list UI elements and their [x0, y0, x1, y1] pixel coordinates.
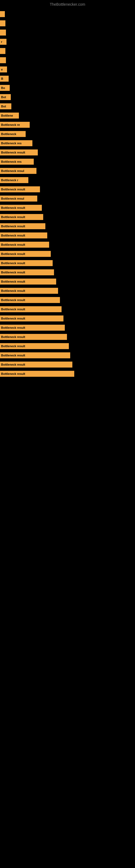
bottleneck-bar-34: Bottleneck result	[0, 325, 65, 331]
bar-row: Bo	[0, 84, 135, 92]
bottleneck-bar-9: Bot	[0, 94, 11, 100]
bar-label-3: r	[1, 40, 2, 43]
bar-label-8: Bo	[1, 86, 5, 90]
bar-row: Bottleneck result	[0, 351, 135, 359]
bottleneck-bar-3: r	[0, 39, 6, 45]
bar-row: Bot	[0, 93, 135, 101]
bar-label-24: Bottleneck result	[1, 234, 25, 237]
bar-row: e	[0, 66, 135, 73]
bottleneck-bar-6: e	[0, 66, 7, 72]
bar-row: Bottleneck result	[0, 222, 135, 230]
bar-row: Bottlene	[0, 112, 135, 119]
bottleneck-bar-35: Bottleneck result	[0, 334, 67, 340]
bar-label-7: B	[1, 77, 3, 80]
bottleneck-bar-16: Bottleneck res	[0, 159, 34, 165]
bar-label-28: Bottleneck result	[1, 271, 25, 274]
bar-row: Bottleneck result	[0, 278, 135, 285]
bar-row: Bottleneck res	[0, 158, 135, 165]
bottleneck-bar-23: Bottleneck result	[0, 223, 45, 229]
bottleneck-bar-28: Bottleneck result	[0, 269, 54, 275]
bar-label-12: Bottleneck re	[1, 123, 20, 126]
bottleneck-bar-24: Bottleneck result	[0, 232, 47, 239]
bottleneck-bar-20: Bottleneck resul	[0, 195, 37, 202]
bottleneck-bar-1	[0, 20, 5, 26]
bar-label-37: Bottleneck result	[1, 354, 25, 357]
bar-row: Bot	[0, 102, 135, 110]
bottleneck-bar-5	[0, 57, 6, 63]
bar-label-23: Bottleneck result	[1, 225, 25, 228]
bar-row: Bottleneck result	[0, 204, 135, 212]
bar-label-29: Bottleneck result	[1, 280, 25, 283]
bar-label-38: Bottleneck result	[1, 363, 25, 366]
bottleneck-bar-26: Bottleneck result	[0, 251, 51, 257]
bar-row: r	[0, 38, 135, 45]
bar-label-16: Bottleneck res	[1, 160, 21, 163]
bottleneck-bar-2	[0, 30, 6, 35]
bar-label-34: Bottleneck result	[1, 326, 25, 329]
bar-label-27: Bottleneck result	[1, 261, 25, 265]
bar-row: Bottleneck resul	[0, 195, 135, 203]
bottleneck-bar-33: Bottleneck result	[0, 315, 63, 321]
bottleneck-bar-27: Bottleneck result	[0, 260, 53, 266]
bottleneck-bar-13: Bottleneck	[0, 131, 26, 137]
bar-label-15: Bottleneck result	[1, 151, 25, 154]
bottleneck-bar-36: Bottleneck result	[0, 343, 69, 349]
bottleneck-bar-14: Bottleneck res	[0, 140, 32, 146]
bar-label-13: Bottleneck	[1, 132, 16, 135]
bar-row	[0, 47, 135, 55]
bar-label-9: Bot	[1, 95, 6, 99]
bottleneck-bar-21: Bottleneck result	[0, 205, 42, 211]
bar-row: Bottleneck result	[0, 315, 135, 322]
bottleneck-bar-32: Bottleneck result	[0, 306, 61, 312]
bars-container: reBBoBotBotBottleneBottleneck reBottlene…	[0, 8, 135, 382]
bar-label-17: Bottleneck resul	[1, 169, 24, 173]
bottleneck-bar-15: Bottleneck result	[0, 150, 38, 155]
bottleneck-bar-30: Bottleneck result	[0, 288, 58, 294]
bar-row: Bottleneck result	[0, 149, 135, 156]
bar-label-20: Bottleneck resul	[1, 197, 24, 200]
bar-label-11: Bottlene	[1, 114, 13, 117]
bottleneck-bar-17: Bottleneck resul	[0, 168, 37, 174]
bar-row: B	[0, 75, 135, 83]
bar-row: Bottleneck result	[0, 305, 135, 313]
bar-label-22: Bottleneck result	[1, 215, 25, 219]
bar-row: Bottleneck result	[0, 333, 135, 341]
bar-row: Bottleneck result	[0, 259, 135, 267]
bar-label-31: Bottleneck result	[1, 299, 25, 302]
bottleneck-bar-10: Bot	[0, 103, 11, 109]
bar-row: Bottleneck result	[0, 296, 135, 304]
bottleneck-bar-18: Bottleneck r	[0, 177, 28, 183]
bar-row	[0, 10, 135, 18]
bottleneck-bar-22: Bottleneck result	[0, 214, 43, 220]
bar-row: Bottleneck result	[0, 269, 135, 276]
bar-row: Bottleneck r	[0, 176, 135, 184]
bar-row: Bottleneck result	[0, 241, 135, 248]
bar-row: Bottleneck result	[0, 231, 135, 239]
bottleneck-bar-29: Bottleneck result	[0, 279, 56, 284]
bar-row: Bottleneck result	[0, 213, 135, 221]
bar-label-35: Bottleneck result	[1, 335, 25, 339]
site-title: TheBottlenecker.com	[0, 0, 135, 8]
bottleneck-bar-12: Bottleneck re	[0, 122, 30, 128]
bottleneck-bar-38: Bottleneck result	[0, 362, 72, 368]
bar-label-25: Bottleneck result	[1, 243, 25, 246]
bottleneck-bar-7: B	[0, 76, 9, 82]
bar-label-30: Bottleneck result	[1, 289, 25, 292]
bar-label-39: Bottleneck result	[1, 372, 25, 375]
bottleneck-bar-37: Bottleneck result	[0, 352, 70, 358]
bar-row	[0, 20, 135, 27]
bar-label-19: Bottleneck result	[1, 188, 25, 191]
bottleneck-bar-25: Bottleneck result	[0, 242, 49, 248]
bar-label-18: Bottleneck r	[1, 179, 18, 182]
bar-row: Bottleneck re	[0, 121, 135, 129]
bar-row: Bottleneck result	[0, 287, 135, 294]
bar-label-21: Bottleneck result	[1, 206, 25, 209]
bar-row: Bottleneck result	[0, 186, 135, 193]
bar-row: Bottleneck result	[0, 370, 135, 378]
bar-label-10: Bot	[1, 105, 6, 108]
bar-row	[0, 29, 135, 36]
bottleneck-bar-4	[0, 48, 5, 54]
bottleneck-bar-19: Bottleneck result	[0, 186, 40, 192]
bar-label-6: e	[1, 68, 3, 71]
bar-row: Bottleneck	[0, 130, 135, 138]
